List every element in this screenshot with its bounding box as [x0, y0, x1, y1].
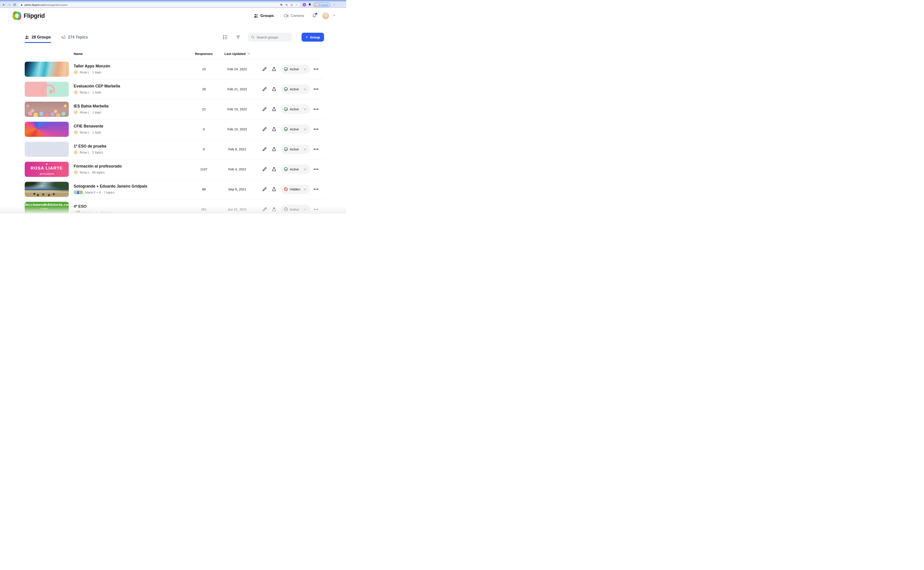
share-icon[interactable]: [271, 107, 277, 112]
more-options-button[interactable]: [314, 209, 318, 210]
chevron-down-icon: [303, 88, 306, 91]
group-name[interactable]: IES Bahía Marbella: [74, 104, 187, 109]
extensions-puzzle-icon[interactable]: [308, 3, 311, 7]
flipgrid-brand[interactable]: Flipgrid: [12, 11, 45, 20]
filter-icon[interactable]: [236, 34, 241, 40]
group-thumbnail[interactable]: [25, 182, 69, 197]
table-row[interactable]: 1º ESO de prueba Rosa L · 2 topics 0 Feb…: [25, 139, 324, 159]
share-icon[interactable]: [271, 147, 277, 152]
nav-groups[interactable]: Groups: [253, 13, 274, 18]
more-options-button[interactable]: [314, 129, 318, 130]
forward-icon[interactable]: [8, 3, 11, 6]
more-options-button[interactable]: [314, 89, 318, 90]
group-name[interactable]: Evaluación CEP Marbella: [74, 84, 187, 89]
edit-icon[interactable]: [262, 167, 267, 172]
column-header-last-updated[interactable]: Last Updated: [216, 52, 258, 56]
group-byline: Rosa L · 1 topic: [74, 110, 187, 114]
browser-menu-icon[interactable]: ⋮: [333, 3, 336, 6]
avatar: [74, 130, 78, 134]
group-name[interactable]: Taller Apps Monzón: [74, 64, 187, 69]
status-dropdown[interactable]: Active: [280, 104, 310, 114]
status-dropdown[interactable]: Active: [280, 165, 310, 174]
group-thumbnail[interactable]: [25, 102, 69, 117]
group-thumbnail[interactable]: [25, 122, 69, 137]
share-icon[interactable]: [271, 87, 277, 92]
lock-icon: [20, 4, 23, 6]
plus-icon: +: [306, 35, 308, 39]
table-row[interactable]: Taller Apps Monzón Rosa L · 1 topic 15 F…: [25, 59, 324, 79]
share-icon[interactable]: [271, 187, 277, 192]
tab-groups[interactable]: 28 Groups: [25, 35, 51, 40]
group-byline: Maria F + 6 · 7 topics: [74, 190, 187, 195]
avatar: [74, 170, 78, 175]
group-thumbnail[interactable]: [25, 61, 69, 77]
share-icon[interactable]: [271, 66, 277, 72]
bookmark-star-icon[interactable]: ☆: [296, 3, 298, 6]
more-options-button[interactable]: [314, 149, 318, 150]
notifications-button[interactable]: [312, 13, 317, 19]
group-name[interactable]: Formación al profesorado: [74, 164, 187, 169]
table-row[interactable]: leccionesdehistoria.com4º ESO❤️🤔🚀➕😎💡💯 4º…: [25, 199, 324, 214]
share-icon[interactable]: [271, 207, 277, 212]
search-groups-box[interactable]: [248, 33, 292, 41]
add-group-button[interactable]: + Group: [302, 33, 324, 41]
group-thumbnail[interactable]: [25, 142, 69, 157]
byline-text: Rosa L · 1 topic: [80, 130, 101, 134]
more-options-button[interactable]: [314, 169, 318, 170]
edit-icon[interactable]: [262, 147, 267, 152]
zoom-icon[interactable]: [285, 3, 288, 6]
edit-icon[interactable]: [262, 66, 267, 72]
megaphone-icon: [61, 35, 66, 39]
status-dropdown[interactable]: Active: [280, 124, 310, 134]
edit-icon[interactable]: [262, 207, 267, 212]
group-name[interactable]: 4º ESO: [74, 204, 187, 209]
avatar: [74, 90, 78, 94]
coleader-avatars: [74, 210, 81, 214]
search-input[interactable]: [257, 35, 289, 39]
browser-profile-chip[interactable]: En pausa: [314, 3, 330, 7]
share-icon[interactable]: [271, 167, 277, 172]
responses-count: 15: [192, 67, 216, 71]
edit-icon[interactable]: [262, 87, 267, 92]
status-dropdown[interactable]: Active: [280, 84, 310, 94]
edit-icon[interactable]: [262, 127, 267, 132]
avatar: [74, 110, 78, 114]
tab-topics[interactable]: 274 Topics: [61, 35, 88, 40]
translate-icon[interactable]: [280, 3, 283, 6]
table-row[interactable]: ★ROSA LIARTE@rosaliarte Formación al pro…: [25, 159, 324, 179]
group-thumbnail[interactable]: leccionesdehistoria.com4º ESO❤️🤔🚀➕😎💡💯: [25, 202, 69, 214]
status-dropdown[interactable]: Active: [280, 145, 310, 154]
group-name[interactable]: CFIE Benavente: [74, 124, 187, 129]
share-icon[interactable]: [271, 127, 277, 132]
share-page-icon[interactable]: [290, 3, 293, 6]
back-icon[interactable]: [2, 3, 5, 6]
group-name[interactable]: 1º ESO de prueba: [74, 144, 187, 149]
table-row[interactable]: Evaluación CEP Marbella Rosa L · 1 topic…: [25, 79, 324, 99]
chevron-down-icon: [303, 128, 306, 131]
edit-icon[interactable]: [262, 107, 267, 112]
group-thumbnail[interactable]: ★ROSA LIARTE@rosaliarte: [25, 162, 69, 177]
status-label: Hidden: [290, 187, 300, 191]
table-row[interactable]: IES Bahía Marbella Rosa L · 1 topic 22 F…: [25, 99, 324, 119]
more-options-button[interactable]: [314, 69, 318, 70]
byline-text: Rosa L · 1 topic: [80, 90, 101, 94]
address-bar[interactable]: admin.flipgrid.com/manage/discussion ☆: [18, 3, 300, 7]
account-menu-chevron[interactable]: [333, 14, 336, 18]
table-row[interactable]: CFIE Benavente Rosa L · 1 topic 0 Feb 15…: [25, 119, 324, 139]
more-options-button[interactable]: [314, 109, 318, 110]
group-thumbnail[interactable]: [25, 82, 69, 97]
more-options-button[interactable]: [314, 188, 318, 190]
user-avatar[interactable]: [322, 13, 329, 19]
list-view-icon[interactable]: [222, 34, 228, 40]
status-dropdown[interactable]: Active: [280, 64, 310, 74]
table-row[interactable]: Sotogrande + Eduardo Janeiro Gridpals Ma…: [25, 179, 324, 199]
status-dropdown[interactable]: Active: [280, 205, 310, 214]
mote-extension-icon[interactable]: M: [303, 3, 306, 6]
group-name[interactable]: Sotogrande + Eduardo Janeiro Gridpals: [74, 184, 187, 188]
edit-icon[interactable]: [262, 187, 267, 192]
nav-camera[interactable]: Camera: [284, 13, 304, 18]
group-byline: Rosa L · 1 topic: [74, 90, 187, 94]
status-dropdown[interactable]: Hidden: [280, 185, 310, 194]
reload-icon[interactable]: [13, 3, 16, 6]
avatar: [76, 210, 81, 214]
